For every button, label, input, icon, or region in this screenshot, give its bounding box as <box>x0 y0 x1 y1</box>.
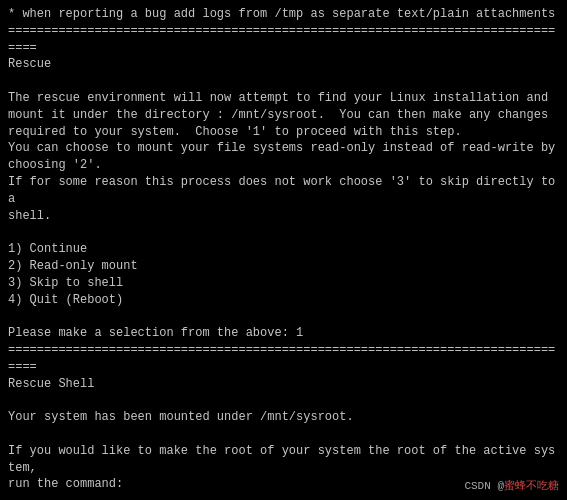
line-5: The rescue environment will now attempt … <box>8 90 559 107</box>
line-23 <box>8 426 559 443</box>
line-12 <box>8 224 559 241</box>
line-15: 3) Skip to shell <box>8 275 559 292</box>
line-22: Your system has been mounted under /mnt/… <box>8 409 559 426</box>
watermark-prefix: CSDN @ <box>464 480 504 492</box>
line-17 <box>8 308 559 325</box>
terminal-window: * when reporting a bug add logs from /tm… <box>0 0 567 500</box>
line-8: You can choose to mount your file system… <box>8 140 559 157</box>
line-20: Rescue Shell <box>8 376 559 393</box>
line-19: ========================================… <box>8 342 559 376</box>
line-7: required to your system. Choose '1' to p… <box>8 124 559 141</box>
line-2: ========================================… <box>8 23 559 57</box>
line-4 <box>8 73 559 90</box>
line-24: If you would like to make the root of yo… <box>8 443 559 477</box>
line-1: * when reporting a bug add logs from /tm… <box>8 6 559 23</box>
line-18: Please make a selection from the above: … <box>8 325 559 342</box>
line-26 <box>8 493 559 500</box>
line-3: Rescue <box>8 56 559 73</box>
line-21 <box>8 392 559 409</box>
line-10: If for some reason this process does not… <box>8 174 559 208</box>
line-13: 1) Continue <box>8 241 559 258</box>
line-9: choosing '2'. <box>8 157 559 174</box>
line-14: 2) Read-only mount <box>8 258 559 275</box>
line-16: 4) Quit (Reboot) <box>8 292 559 309</box>
line-11: shell. <box>8 208 559 225</box>
line-6: mount it under the directory : /mnt/sysr… <box>8 107 559 124</box>
watermark-brand: 蜜蜂不吃糖 <box>504 480 559 492</box>
watermark: CSDN @蜜蜂不吃糖 <box>464 479 559 494</box>
